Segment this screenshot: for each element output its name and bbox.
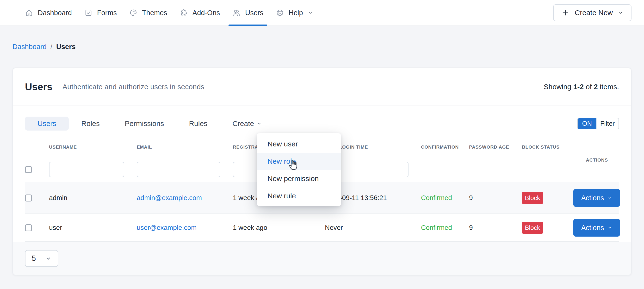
users-icon bbox=[232, 9, 240, 17]
chevron-down-icon bbox=[618, 10, 623, 15]
tab-permissions[interactable]: Permissions bbox=[112, 117, 176, 131]
chevron-down-icon bbox=[257, 121, 262, 126]
actions-button[interactable]: Actions bbox=[573, 219, 620, 237]
column-header-confirmation: CONFIRMATION bbox=[421, 145, 469, 150]
chevron-down-icon bbox=[45, 255, 52, 261]
nav-label: Users bbox=[245, 9, 263, 17]
column-header-username: USERNAME bbox=[49, 145, 137, 150]
menu-item-new-rule[interactable]: New rule bbox=[257, 187, 341, 205]
row-checkbox[interactable] bbox=[25, 194, 32, 201]
page-size-select[interactable]: 5 bbox=[25, 250, 58, 267]
showing-suffix: items. bbox=[600, 83, 619, 91]
panel-footer: 5 bbox=[13, 242, 631, 275]
nav-item-add-ons[interactable]: Add-Ons bbox=[174, 0, 226, 26]
cell-last-login-time: Never bbox=[325, 224, 421, 231]
breadcrumb-dashboard-link[interactable]: Dashboard bbox=[12, 43, 46, 51]
breadcrumb-current: Users bbox=[56, 43, 76, 51]
cell-password-age: 9 bbox=[469, 224, 522, 231]
cell-password-age: 9 bbox=[469, 194, 522, 202]
showing-range: 1-2 bbox=[573, 83, 584, 91]
actions-label: Actions bbox=[581, 194, 604, 202]
username-filter-input[interactable] bbox=[49, 162, 124, 177]
showing-summary: Showing 1-2 of 2 items. bbox=[544, 83, 619, 91]
table-row-user: user user@example.com 1 week ago Never C… bbox=[25, 214, 619, 242]
page-size-value: 5 bbox=[32, 254, 36, 263]
nav-item-dashboard[interactable]: Dashboard bbox=[19, 0, 78, 26]
filter-toggle-on[interactable]: ON bbox=[578, 118, 597, 129]
main-nav: Dashboard Forms Themes Add-Ons Users bbox=[19, 0, 319, 26]
nav-label: Themes bbox=[142, 9, 167, 17]
block-button[interactable]: Block bbox=[522, 222, 543, 234]
page-subtitle: Authenticate and authorize users in seco… bbox=[62, 83, 204, 91]
home-icon bbox=[25, 9, 33, 17]
email-filter-input[interactable] bbox=[137, 162, 220, 177]
tab-users[interactable]: Users bbox=[25, 117, 69, 131]
create-dropdown-menu: New user New role New permission New rul… bbox=[257, 133, 341, 206]
actions-label: Actions bbox=[581, 224, 604, 232]
chevron-down-icon bbox=[608, 225, 612, 230]
column-header-actions-wrap: ACTIONS bbox=[573, 143, 620, 152]
menu-item-new-user[interactable]: New user bbox=[257, 135, 341, 153]
nav-label: Dashboard bbox=[38, 9, 72, 17]
column-header-actions: ACTIONS bbox=[586, 157, 608, 163]
create-new-button[interactable]: Create New bbox=[553, 4, 632, 21]
plus-icon bbox=[561, 9, 570, 17]
chevron-down-icon bbox=[608, 195, 612, 200]
cell-username: user bbox=[49, 224, 137, 231]
tab-create-dropdown[interactable]: Create bbox=[220, 117, 274, 131]
chevron-down-icon bbox=[308, 10, 313, 15]
cell-confirmation-status: Confirmed bbox=[421, 194, 469, 202]
cell-username: admin bbox=[49, 194, 137, 202]
nav-label: Forms bbox=[97, 9, 117, 17]
actions-button[interactable]: Actions bbox=[573, 189, 620, 207]
puzzle-icon bbox=[180, 9, 188, 17]
breadcrumb: Dashboard / Users bbox=[12, 43, 76, 51]
tab-rules[interactable]: Rules bbox=[176, 117, 220, 131]
palette-icon bbox=[129, 9, 138, 17]
nav-label: Add-Ons bbox=[192, 9, 220, 17]
showing-total: 2 bbox=[594, 83, 598, 91]
nav-item-help[interactable]: Help bbox=[270, 0, 319, 26]
check-square-icon bbox=[84, 9, 92, 17]
cell-email-link[interactable]: admin@example.com bbox=[137, 194, 233, 202]
row-checkbox[interactable] bbox=[25, 224, 32, 231]
nav-item-users[interactable]: Users bbox=[226, 0, 270, 26]
showing-of: of bbox=[586, 83, 592, 91]
cell-registration-time: 1 week ago bbox=[233, 224, 325, 231]
filter-toggle[interactable]: ON Filter bbox=[577, 118, 619, 129]
menu-item-new-permission[interactable]: New permission bbox=[257, 170, 341, 187]
tab-roles[interactable]: Roles bbox=[69, 117, 112, 131]
column-header-email: EMAIL bbox=[137, 145, 233, 150]
top-navigation-bar: Dashboard Forms Themes Add-Ons Users bbox=[0, 0, 644, 26]
nav-item-themes[interactable]: Themes bbox=[123, 0, 174, 26]
select-all-checkbox[interactable] bbox=[25, 166, 32, 173]
nav-item-forms[interactable]: Forms bbox=[78, 0, 123, 26]
create-new-label: Create New bbox=[575, 9, 613, 17]
nav-label: Help bbox=[288, 9, 303, 17]
tab-bar: Users Roles Permissions Rules Create ON … bbox=[13, 117, 631, 131]
showing-prefix: Showing bbox=[544, 83, 571, 91]
panel-header: Users Authenticate and authorize users i… bbox=[13, 68, 631, 106]
menu-item-new-role[interactable]: New role bbox=[257, 153, 341, 170]
tab-create-label: Create bbox=[232, 120, 254, 128]
filter-toggle-label[interactable]: Filter bbox=[596, 118, 618, 129]
cell-email-link[interactable]: user@example.com bbox=[137, 224, 233, 231]
cell-confirmation-status: Confirmed bbox=[421, 224, 469, 231]
column-header-password-age: PASSWORD AGE bbox=[469, 145, 522, 150]
breadcrumb-separator: / bbox=[50, 43, 52, 51]
page-title: Users bbox=[25, 81, 52, 93]
block-button[interactable]: Block bbox=[522, 192, 543, 204]
life-buoy-icon bbox=[276, 9, 284, 17]
column-header-block-status: BLOCK STATUS bbox=[522, 145, 573, 150]
